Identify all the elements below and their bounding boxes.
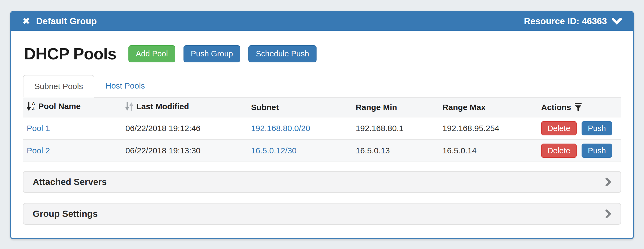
actions-cell: Delete Push <box>537 139 621 162</box>
tab-subnet-pools[interactable]: Subnet Pools <box>23 75 94 98</box>
pool-name-link[interactable]: Pool 2 <box>27 146 50 155</box>
subnet-pools-table: A Z Pool Name <box>23 98 621 162</box>
column-header-last-modified[interactable]: Last Modified <box>122 98 247 117</box>
group-settings-panel[interactable]: Group Settings <box>23 203 621 225</box>
last-modified-cell: 06/22/2018 19:13:30 <box>122 139 247 162</box>
panel-heading: ✖ Default Group Resource ID: 46363 <box>11 12 633 31</box>
actions-cell: Delete Push <box>537 117 621 139</box>
range-min-cell: 16.5.0.13 <box>352 139 439 162</box>
push-group-button[interactable]: Push Group <box>183 45 240 62</box>
attached-servers-title: Attached Servers <box>33 177 107 187</box>
group-settings-title: Group Settings <box>33 209 98 219</box>
filter-icon[interactable] <box>574 103 582 112</box>
toolbar: DHCP Pools Add Pool Push Group Schedule … <box>24 44 621 63</box>
delete-button[interactable]: Delete <box>541 144 577 158</box>
range-min-cell: 192.168.80.1 <box>352 117 439 139</box>
tab-host-pools[interactable]: Host Pools <box>94 75 156 97</box>
table-row: Pool 1 06/22/2018 19:12:46 192.168.80.0/… <box>23 117 621 139</box>
pool-name-link[interactable]: Pool 1 <box>27 124 50 133</box>
column-header-pool-name[interactable]: A Z Pool Name <box>23 98 122 117</box>
range-max-cell: 16.5.0.14 <box>439 139 537 162</box>
chevron-right-icon <box>605 178 611 186</box>
resource-id-dropdown[interactable]: Resource ID: 46363 <box>524 16 622 26</box>
column-header-subnet: Subnet <box>247 98 352 117</box>
group-title: Default Group <box>36 16 97 26</box>
subnet-link[interactable]: 192.168.80.0/20 <box>251 124 310 133</box>
chevron-right-icon <box>605 209 611 218</box>
resource-id-label: Resource ID: 46363 <box>524 16 607 26</box>
sort-icon <box>125 102 133 111</box>
push-button[interactable]: Push <box>582 121 612 135</box>
last-modified-cell: 06/22/2018 19:12:46 <box>122 117 247 139</box>
delete-button[interactable]: Delete <box>541 121 577 135</box>
add-pool-button[interactable]: Add Pool <box>128 45 175 62</box>
table-row: Pool 2 06/22/2018 19:13:30 16.5.0.12/30 … <box>23 139 621 162</box>
panel-body: DHCP Pools Add Pool Push Group Schedule … <box>11 31 633 225</box>
chevron-down-icon <box>612 18 622 25</box>
panel-heading-left: ✖ Default Group <box>22 16 97 26</box>
tab-bar: Subnet Pools Host Pools <box>23 75 621 98</box>
column-header-actions: Actions <box>537 98 621 117</box>
schedule-push-button[interactable]: Schedule Push <box>248 45 316 62</box>
sort-alpha-asc-icon: A Z <box>27 102 35 111</box>
group-panel: ✖ Default Group Resource ID: 46363 DHCP … <box>10 11 634 239</box>
column-header-range-min: Range Min <box>352 98 439 117</box>
column-header-range-max: Range Max <box>439 98 537 117</box>
page-title: DHCP Pools <box>24 44 116 63</box>
attached-servers-panel[interactable]: Attached Servers <box>23 171 621 193</box>
table-header-row: A Z Pool Name <box>23 98 621 117</box>
close-icon[interactable]: ✖ <box>22 16 30 26</box>
push-button[interactable]: Push <box>582 144 612 158</box>
subnet-link[interactable]: 16.5.0.12/30 <box>251 146 297 155</box>
range-max-cell: 192.168.95.254 <box>439 117 537 139</box>
